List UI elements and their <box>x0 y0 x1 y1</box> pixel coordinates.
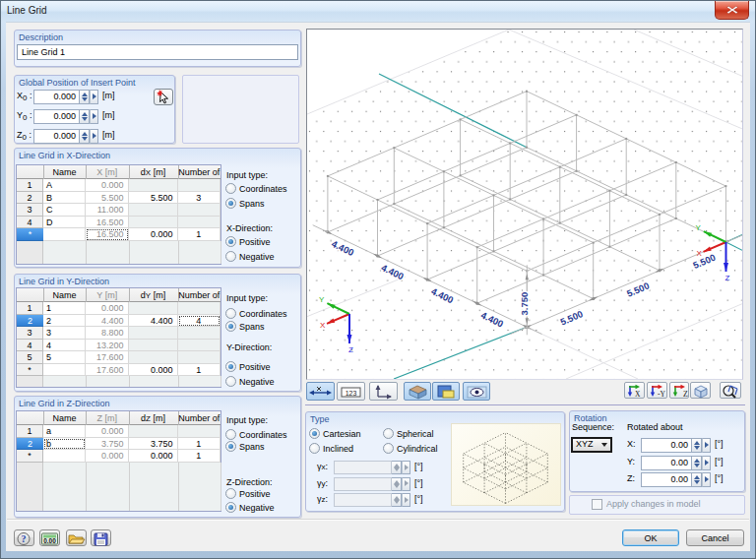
svg-text:Y: Y <box>319 295 325 304</box>
svg-text:3.750: 3.750 <box>519 292 530 316</box>
svg-text:X: X <box>320 321 326 330</box>
svg-text:123: 123 <box>346 389 357 396</box>
svg-text:Y: Y <box>695 223 701 232</box>
svg-text:Z: Z <box>725 274 730 282</box>
svg-text:Z: Z <box>683 390 688 399</box>
svg-text:X: X <box>635 390 641 399</box>
svg-text:?: ? <box>22 533 27 544</box>
svg-text:Z: Z <box>348 345 353 354</box>
svg-text:X: X <box>697 249 703 258</box>
svg-text:0.00: 0.00 <box>43 537 56 544</box>
svg-text:-Y: -Y <box>658 390 665 399</box>
